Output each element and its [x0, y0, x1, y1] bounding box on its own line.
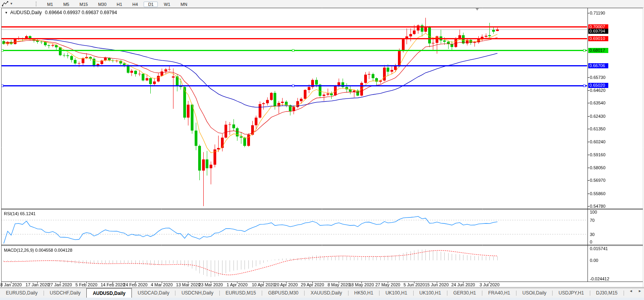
- date-axis-tick: 1 Apr 2020: [227, 282, 248, 287]
- price-axis-tick: 0.59160: [590, 152, 606, 157]
- macd-axis-tick: 0.00: [590, 258, 598, 263]
- timeframe-button-m5[interactable]: M5: [59, 2, 73, 7]
- date-axis-tick: 3 Jul 2020: [480, 282, 500, 287]
- rsi-axis-tick: 70: [590, 218, 595, 223]
- date-axis-tick: 20 Apr 2020: [274, 282, 297, 287]
- rsi-axis-tick: 30: [590, 232, 595, 237]
- trendline-tool-icon[interactable]: [2, 1, 9, 6]
- date-axis-tick: 27 Jan 2020: [48, 282, 72, 287]
- current-price-label: 0.69794: [588, 29, 608, 34]
- chart-tab-usdcad-daily[interactable]: USDCAD,Daily: [132, 288, 175, 298]
- tab-separator: [624, 291, 624, 296]
- chart-tab-usoil-daily[interactable]: USOil,Daily: [516, 288, 552, 298]
- hline-price-label: 0.65020: [588, 83, 608, 88]
- price-axis-tick: 0.60240: [590, 139, 606, 144]
- price-axis-tick: 0.63540: [590, 101, 606, 105]
- macd-axis-tick: -0.024412: [590, 276, 609, 281]
- price-shift-marker: [476, 8, 479, 11]
- chart-title-symbol: AUDUSD,Daily: [10, 10, 42, 15]
- chart-title: ▼AUDUSD,Daily0.69664 0.69937 0.69637 0.6…: [5, 10, 117, 15]
- date-axis-tick: 23 Mar 2020: [199, 282, 223, 287]
- date-axis-tick: 17 Jan 2020: [26, 282, 49, 287]
- chart-tab-ger30-h1[interactable]: GER30,H1: [447, 288, 482, 298]
- date-axis-tick: 14 Feb 2020: [101, 282, 125, 287]
- chart-tab-fra40-h1[interactable]: FRA40,H1: [482, 288, 516, 298]
- chart-tab-eurusd-m15[interactable]: EURUSD,M15: [220, 288, 262, 298]
- rsi-name: RSI(14): [4, 211, 19, 216]
- timeframe-button-m30[interactable]: M30: [94, 2, 111, 7]
- chart-tab-uk100-h1[interactable]: UK100,H1: [414, 288, 447, 298]
- chart-tab-usdjpy-h1[interactable]: USDJPY,H1: [553, 288, 589, 298]
- status-strip: [0, 297, 644, 300]
- macd-values: 0.004558 0.004128: [35, 248, 72, 252]
- chart-tab-usdchf-daily[interactable]: USDCHF,Daily: [44, 288, 87, 298]
- date-axis-tick: 18 May 2020: [349, 282, 374, 287]
- hline-price-label: 0.68017: [588, 48, 608, 53]
- chart-tab-xauusd-daily[interactable]: XAUUSD,Daily: [305, 288, 348, 298]
- chart-title-ohlc: 0.69664 0.69937 0.69637 0.69794: [45, 10, 117, 15]
- timeframe-button-d1[interactable]: D1: [144, 2, 158, 7]
- macd-indicator-label: MACD(12,26,9) 0.004558 0.004128: [4, 248, 72, 252]
- date-axis-tick: 8 May 2020: [328, 282, 350, 287]
- chart-canvas[interactable]: [0, 0, 644, 300]
- date-axis-tick: 29 Apr 2020: [301, 282, 324, 287]
- macd-name: MACD(12,26,9): [4, 248, 34, 252]
- tab-nav-right-icon[interactable]: ►: [638, 289, 642, 293]
- date-axis-tick: 27 May 2020: [375, 282, 400, 287]
- rsi-indicator-label: RSI(14) 65.1241: [4, 211, 36, 216]
- price-axis-tick: 0.54780: [590, 204, 606, 209]
- date-axis-tick: 10 Apr 2020: [252, 282, 275, 287]
- tool-dropdown-caret[interactable]: ▼: [10, 2, 13, 5]
- price-axis-tick: 0.55860: [590, 191, 606, 196]
- timeframe-button-h1[interactable]: H1: [112, 2, 126, 7]
- timeframe-button-m1[interactable]: M1: [43, 2, 57, 7]
- chart-tab-dj30-m15[interactable]: DJ30,M15: [590, 288, 624, 298]
- timeframe-button-mn[interactable]: MN: [176, 2, 192, 7]
- toolbar-grip[interactable]: [36, 2, 36, 6]
- chart-tab-eurusd-daily[interactable]: EURUSD,Daily: [0, 288, 44, 298]
- chart-tab-bar: EURUSD,DailyUSDCHF,DailyAUDUSD,DailyUSDC…: [0, 288, 644, 298]
- date-axis-tick: 5 Feb 2020: [75, 282, 97, 287]
- price-axis-tick: 0.62430: [590, 114, 606, 119]
- timeframe-buttons: M1M5M15M30H1H4D1W1MN: [42, 0, 192, 7]
- price-axis-tick: 0.61350: [590, 126, 606, 131]
- price-axis-tick: 0.64620: [590, 88, 606, 93]
- date-axis-tick: 24 Feb 2020: [123, 282, 148, 287]
- timeframe-button-h4[interactable]: H4: [128, 2, 142, 7]
- chart-tab-usdcnh-daily[interactable]: USDCNH,Daily: [175, 288, 219, 298]
- timeframe-button-m15[interactable]: M15: [75, 2, 92, 7]
- date-axis-tick: 5 Jun 2020: [403, 282, 425, 287]
- toolbar: ▼ M1M5M15M30H1H4D1W1MN: [0, 0, 644, 8]
- tab-nav-arrows: ◄ ►: [629, 289, 642, 293]
- rsi-axis-tick: 100: [590, 210, 597, 214]
- hline-price-label: 0.66706: [588, 63, 608, 68]
- macd-axis-tick: 0.015741: [590, 246, 608, 251]
- date-axis-tick: 15 Jun 2020: [425, 282, 449, 287]
- timeframe-button-w1[interactable]: W1: [159, 2, 175, 7]
- price-axis-tick: 0.65730: [590, 75, 606, 80]
- tab-nav-left-icon[interactable]: ◄: [629, 289, 633, 293]
- date-axis-tick: 4 Mar 2020: [151, 282, 173, 287]
- date-axis-tick: 13 Mar 2020: [176, 282, 201, 287]
- price-axis-tick: 0.71190: [590, 11, 605, 15]
- chart-tab-hk50-h1[interactable]: HK50,H1: [348, 288, 379, 298]
- date-axis-tick: 8 Jan 2020: [0, 282, 22, 287]
- date-axis-tick: 24 Jun 2020: [451, 282, 475, 287]
- price-axis-tick: 0.56970: [590, 178, 606, 183]
- chart-tab-gbpusd-m30[interactable]: GBPUSD,M30: [262, 288, 304, 298]
- chart-tab-uk100-h1[interactable]: UK100,H1: [379, 288, 413, 298]
- rsi-value: 65.1241: [20, 211, 36, 216]
- price-axis-tick: 0.58050: [590, 165, 606, 170]
- chart-tab-audusd-daily[interactable]: AUDUSD,Daily: [86, 288, 131, 298]
- symbol-dropdown-caret[interactable]: ▼: [5, 11, 8, 15]
- mt4-window: ▼ M1M5M15M30H1H4D1W1MN ▼AUDUSD,Daily0.69…: [0, 0, 644, 300]
- rsi-axis-tick: 0: [590, 240, 592, 244]
- hline-price-label: 0.69010: [588, 36, 608, 41]
